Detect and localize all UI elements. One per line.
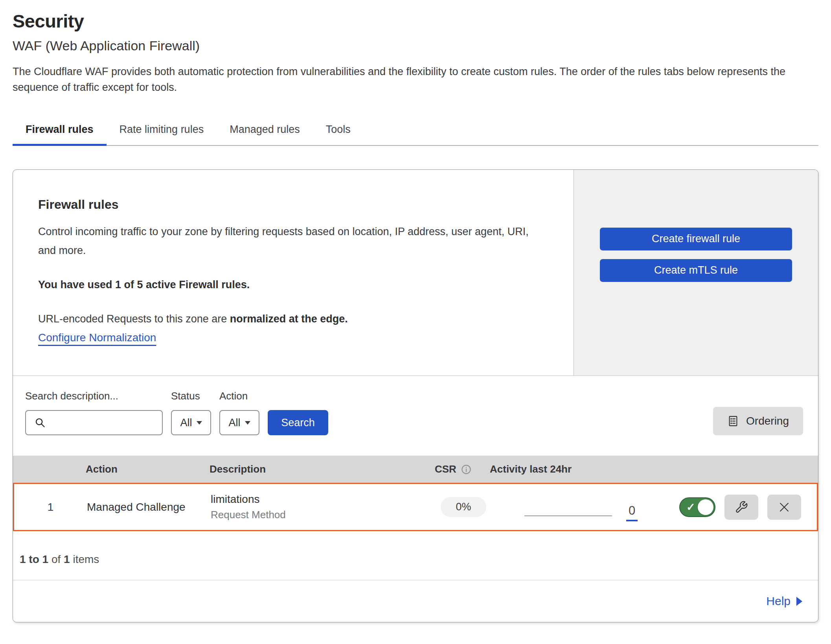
check-icon: ✓	[686, 502, 695, 512]
info-icon[interactable]	[461, 464, 471, 475]
pagination-of: of	[51, 553, 61, 565]
action-label: Action	[219, 390, 259, 402]
arrow-right-icon	[796, 597, 802, 606]
toggle-knob	[698, 499, 713, 515]
rule-priority: 1	[48, 501, 54, 513]
edit-rule-button[interactable]	[724, 495, 758, 520]
rule-action: Managed Challenge	[87, 501, 211, 513]
search-filter-group: Search description...	[25, 390, 163, 435]
action-select[interactable]: All	[219, 410, 259, 435]
csr-badge: 0%	[441, 497, 486, 517]
firewall-rules-overview: Firewall rules Control incoming traffic …	[13, 170, 818, 376]
tab-rate-limiting-rules[interactable]: Rate limiting rules	[107, 117, 217, 145]
column-header-description: Description	[210, 463, 435, 475]
list-document-icon	[727, 415, 739, 427]
help-bar: Help	[13, 580, 818, 622]
action-filter-group: Action All	[219, 390, 259, 435]
pagination-summary: 1 to 1 of 1 items	[13, 531, 818, 580]
page-title: Security	[13, 10, 818, 32]
chevron-down-icon	[245, 421, 250, 425]
page-description: The Cloudflare WAF provides both automat…	[13, 64, 818, 95]
normalization-note: URL-encoded Requests to this zone are no…	[38, 313, 548, 325]
activity-group: 0	[491, 484, 638, 530]
tab-managed-rules[interactable]: Managed rules	[217, 117, 313, 145]
pagination-total: 1	[64, 553, 70, 565]
rule-activity-cell: 0 ✓	[491, 484, 817, 530]
status-select[interactable]: All	[171, 410, 211, 435]
page-subtitle: WAF (Web Application Firewall)	[13, 38, 818, 53]
help-label: Help	[766, 594, 791, 608]
action-select-value: All	[228, 417, 240, 429]
activity-count-link[interactable]: 0	[626, 504, 638, 521]
card-description: Control incoming traffic to your zone by…	[38, 222, 548, 260]
filter-toolbar: Search description... Status All Action	[13, 376, 818, 456]
security-waf-page: Security WAF (Web Application Firewall) …	[0, 0, 831, 622]
search-icon	[35, 417, 46, 428]
wrench-icon	[735, 500, 748, 514]
status-label: Status	[171, 390, 211, 402]
panel-buttons: Create firewall rule Create mTLS rule	[600, 228, 792, 282]
column-header-csr: CSR	[435, 463, 490, 475]
rule-controls: ✓	[679, 495, 817, 520]
pagination-items: items	[73, 553, 99, 565]
create-firewall-rule-button[interactable]: Create firewall rule	[600, 228, 792, 250]
chevron-down-icon	[197, 421, 202, 425]
ordering-button[interactable]: Ordering	[713, 407, 803, 435]
delete-rule-button[interactable]	[767, 495, 801, 520]
column-header-activity: Activity last 24hr	[490, 463, 818, 475]
status-filter-group: Status All	[171, 390, 211, 435]
overview-text-panel: Firewall rules Control incoming traffic …	[13, 170, 574, 375]
tab-firewall-rules[interactable]: Firewall rules	[13, 117, 107, 145]
help-link[interactable]: Help	[766, 594, 802, 608]
firewall-rules-card: Firewall rules Control incoming traffic …	[13, 169, 818, 622]
column-header-action: Action	[86, 463, 210, 475]
configure-normalization-link[interactable]: Configure Normalization	[38, 331, 156, 344]
rule-description-cell: limitations Request Method	[211, 493, 436, 521]
close-icon	[778, 500, 791, 514]
rules-table-header: Action Description CSR Activity last 24h…	[13, 456, 818, 483]
tab-tools[interactable]: Tools	[313, 117, 364, 145]
card-heading: Firewall rules	[38, 197, 548, 212]
activity-sparkline	[524, 515, 612, 516]
search-box	[25, 410, 163, 435]
rule-enabled-toggle[interactable]: ✓	[679, 497, 715, 517]
create-rule-panel: Create firewall rule Create mTLS rule	[574, 170, 818, 375]
search-input[interactable]	[25, 410, 163, 435]
rule-description: limitations	[211, 493, 436, 506]
rule-description-sub: Request Method	[211, 509, 436, 521]
csr-header-label: CSR	[435, 463, 456, 475]
pagination-range: 1 to 1	[20, 553, 48, 565]
normalization-bold: normalized at the edge.	[230, 313, 348, 325]
waf-tab-bar: Firewall rules Rate limiting rules Manag…	[13, 117, 818, 146]
ordering-button-label: Ordering	[746, 415, 789, 427]
firewall-rule-row[interactable]: 1 Managed Challenge limitations Request …	[13, 483, 818, 531]
status-select-value: All	[180, 417, 192, 429]
create-mtls-rule-button[interactable]: Create mTLS rule	[600, 259, 792, 282]
usage-summary: You have used 1 of 5 active Firewall rul…	[38, 279, 548, 291]
search-label: Search description...	[25, 390, 163, 402]
search-button[interactable]: Search	[268, 410, 328, 435]
normalization-text: URL-encoded Requests to this zone are	[38, 313, 227, 325]
